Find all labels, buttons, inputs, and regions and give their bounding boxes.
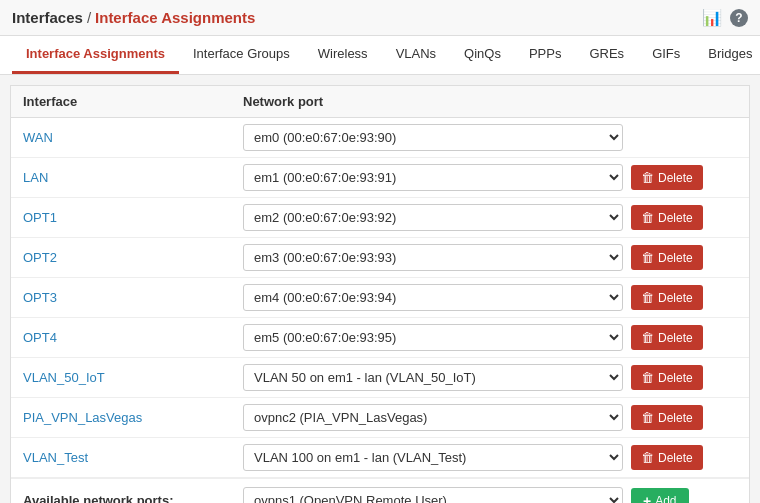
col-header-network: Network port	[243, 94, 737, 109]
interface-cell: OPT4	[23, 330, 243, 345]
network-select-opt4[interactable]: em5 (00:e0:67:0e:93:95)	[243, 324, 623, 351]
trash-icon: 🗑	[641, 290, 654, 305]
network-select-wan[interactable]: em0 (00:e0:67:0e:93:90)	[243, 124, 623, 151]
trash-icon: 🗑	[641, 210, 654, 225]
network-cell: VLAN 50 on em1 - lan (VLAN_50_IoT) 🗑 Del…	[243, 364, 737, 391]
table-row: VLAN_50_IoT VLAN 50 on em1 - lan (VLAN_5…	[11, 358, 749, 398]
interface-cell: LAN	[23, 170, 243, 185]
network-cell: em5 (00:e0:67:0e:93:95) 🗑 Delete	[243, 324, 737, 351]
breadcrumb-main: Interfaces	[12, 9, 83, 26]
delete-button-opt2[interactable]: 🗑 Delete	[631, 245, 703, 270]
delete-button-vlan50iot[interactable]: 🗑 Delete	[631, 365, 703, 390]
breadcrumb-separator: /	[87, 9, 91, 26]
network-select-lan[interactable]: em1 (00:e0:67:0e:93:91)	[243, 164, 623, 191]
interface-cell: OPT3	[23, 290, 243, 305]
network-select-opt2[interactable]: em3 (00:e0:67:0e:93:93)	[243, 244, 623, 271]
interface-link-vlan50iot[interactable]: VLAN_50_IoT	[23, 370, 105, 385]
help-icon[interactable]: ?	[730, 9, 748, 27]
network-select-piavpn[interactable]: ovpnc2 (PIA_VPN_LasVegas)	[243, 404, 623, 431]
tab-interface-assignments[interactable]: Interface Assignments	[12, 36, 179, 74]
network-cell: em3 (00:e0:67:0e:93:93) 🗑 Delete	[243, 244, 737, 271]
network-cell: em1 (00:e0:67:0e:93:91) 🗑 Delete	[243, 164, 737, 191]
tab-interface-groups[interactable]: Interface Groups	[179, 36, 304, 74]
network-cell: em0 (00:e0:67:0e:93:90)	[243, 124, 737, 151]
tab-vlans[interactable]: VLANs	[382, 36, 450, 74]
table-row: OPT3 em4 (00:e0:67:0e:93:94) 🗑 Delete	[11, 278, 749, 318]
add-button[interactable]: + Add	[631, 488, 689, 504]
delete-button-piavpn[interactable]: 🗑 Delete	[631, 405, 703, 430]
available-label: Available network ports:	[23, 493, 243, 503]
trash-icon: 🗑	[641, 250, 654, 265]
network-select-opt1[interactable]: em2 (00:e0:67:0e:93:92)	[243, 204, 623, 231]
interface-link-opt1[interactable]: OPT1	[23, 210, 57, 225]
network-cell: ovpnc2 (PIA_VPN_LasVegas) 🗑 Delete	[243, 404, 737, 431]
network-cell: em4 (00:e0:67:0e:93:94) 🗑 Delete	[243, 284, 737, 311]
network-cell: VLAN 100 on em1 - lan (VLAN_Test) 🗑 Dele…	[243, 444, 737, 471]
table-row: OPT4 em5 (00:e0:67:0e:93:95) 🗑 Delete	[11, 318, 749, 358]
chart-icon[interactable]: 📊	[702, 8, 722, 27]
delete-button-opt4[interactable]: 🗑 Delete	[631, 325, 703, 350]
table-row: PIA_VPN_LasVegas ovpnc2 (PIA_VPN_LasVega…	[11, 398, 749, 438]
interface-cell: OPT2	[23, 250, 243, 265]
interface-link-lan[interactable]: LAN	[23, 170, 48, 185]
interface-link-opt4[interactable]: OPT4	[23, 330, 57, 345]
tab-gres[interactable]: GREs	[575, 36, 638, 74]
table-header: Interface Network port	[11, 86, 749, 118]
network-select-vlantest[interactable]: VLAN 100 on em1 - lan (VLAN_Test)	[243, 444, 623, 471]
delete-button-vlantest[interactable]: 🗑 Delete	[631, 445, 703, 470]
table-row: OPT2 em3 (00:e0:67:0e:93:93) 🗑 Delete	[11, 238, 749, 278]
network-select-opt3[interactable]: em4 (00:e0:67:0e:93:94)	[243, 284, 623, 311]
interface-link-vlantest[interactable]: VLAN_Test	[23, 450, 88, 465]
interface-cell: WAN	[23, 130, 243, 145]
interface-link-opt2[interactable]: OPT2	[23, 250, 57, 265]
table-row: OPT1 em2 (00:e0:67:0e:93:92) 🗑 Delete	[11, 198, 749, 238]
trash-icon: 🗑	[641, 450, 654, 465]
available-ports-row: Available network ports: ovpns1 (OpenVPN…	[11, 478, 749, 503]
interface-link-opt3[interactable]: OPT3	[23, 290, 57, 305]
plus-icon: +	[643, 493, 651, 504]
interface-cell: VLAN_50_IoT	[23, 370, 243, 385]
available-network-select[interactable]: ovpns1 (OpenVPN Remote User)	[243, 487, 623, 503]
table-row: LAN em1 (00:e0:67:0e:93:91) 🗑 Delete	[11, 158, 749, 198]
tab-bar: Interface Assignments Interface Groups W…	[0, 36, 760, 75]
interface-cell: VLAN_Test	[23, 450, 243, 465]
table-row: VLAN_Test VLAN 100 on em1 - lan (VLAN_Te…	[11, 438, 749, 478]
page-header: Interfaces / Interface Assignments 📊 ?	[0, 0, 760, 36]
interface-link-piavpn[interactable]: PIA_VPN_LasVegas	[23, 410, 142, 425]
breadcrumb-current: Interface Assignments	[95, 9, 255, 26]
trash-icon: 🗑	[641, 410, 654, 425]
delete-button-opt1[interactable]: 🗑 Delete	[631, 205, 703, 230]
tab-gifs[interactable]: GIFs	[638, 36, 694, 74]
tab-wireless[interactable]: Wireless	[304, 36, 382, 74]
network-cell: em2 (00:e0:67:0e:93:92) 🗑 Delete	[243, 204, 737, 231]
network-select-vlan50iot[interactable]: VLAN 50 on em1 - lan (VLAN_50_IoT)	[243, 364, 623, 391]
available-network-cell: ovpns1 (OpenVPN Remote User) + Add	[243, 487, 737, 503]
trash-icon: 🗑	[641, 370, 654, 385]
interface-cell: PIA_VPN_LasVegas	[23, 410, 243, 425]
col-header-interface: Interface	[23, 94, 243, 109]
trash-icon: 🗑	[641, 330, 654, 345]
breadcrumb: Interfaces / Interface Assignments	[12, 9, 255, 26]
interface-link-wan[interactable]: WAN	[23, 130, 53, 145]
header-icons: 📊 ?	[702, 8, 748, 27]
trash-icon: 🗑	[641, 170, 654, 185]
delete-button-opt3[interactable]: 🗑 Delete	[631, 285, 703, 310]
tab-qinqs[interactable]: QinQs	[450, 36, 515, 74]
table-row: WAN em0 (00:e0:67:0e:93:90)	[11, 118, 749, 158]
tab-ppps[interactable]: PPPs	[515, 36, 576, 74]
assignments-table: Interface Network port WAN em0 (00:e0:67…	[10, 85, 750, 503]
interface-cell: OPT1	[23, 210, 243, 225]
tab-bridges[interactable]: Bridges	[694, 36, 760, 74]
delete-button-lan[interactable]: 🗑 Delete	[631, 165, 703, 190]
